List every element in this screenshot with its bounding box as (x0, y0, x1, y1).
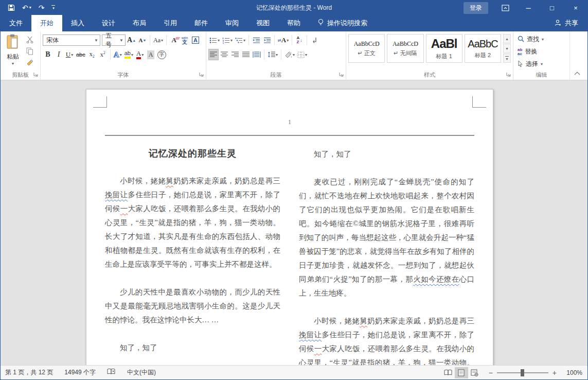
styles-dialog-launcher-icon[interactable] (506, 72, 511, 79)
styles-gallery-more-icon[interactable]: ▼ (503, 54, 511, 63)
document-paragraph[interactable]: 小时候，姥姥舅奶奶来家走亲戚，奶奶总是再三挽留让多住些日子，她们总是说，家里离不… (105, 174, 280, 271)
text-effects-button[interactable]: A▾ (113, 49, 123, 60)
page-indicator[interactable]: 第 1 页，共 12 页 (5, 368, 53, 377)
ribbon-tab[interactable]: 审阅 (217, 15, 247, 31)
show-hide-marks-icon[interactable] (309, 34, 319, 46)
italic-button[interactable]: I (54, 49, 64, 60)
ribbon-tab[interactable]: 引用 (155, 15, 186, 31)
word-window: ↶▾ ↷ ▾ 记忆深处的那些生灵 - Word 登录 ─ □ × 文件 开始插入… (0, 0, 588, 380)
distribute-icon[interactable] (252, 49, 262, 60)
text-run: 奶奶来家走亲戚，奶奶总是再三 (173, 177, 280, 185)
highlight-color-button[interactable]: ab▾ (123, 49, 134, 60)
shrink-font-button[interactable]: A▼ (137, 34, 148, 46)
style-heading2[interactable]: AaBbC 标题 2 (465, 34, 501, 63)
redo-button[interactable]: ↷ (39, 4, 45, 11)
asian-layout-button[interactable]: ⇄A▾ (277, 34, 290, 46)
character-shading-button[interactable]: A (146, 49, 156, 60)
ribbon-tab[interactable]: 邮件 (186, 15, 217, 31)
decrease-indent-icon[interactable] (251, 34, 261, 46)
language-indicator[interactable]: 中文(中国) (127, 368, 156, 377)
spellcheck-red-squiggle: 一 (120, 204, 128, 213)
phonetic-guide-button[interactable]: wén文 (180, 34, 190, 46)
undo-button[interactable]: ↶▾ (22, 4, 31, 11)
paragraph-dialog-launcher-icon[interactable] (339, 72, 344, 79)
clipboard-dialog-launcher-icon[interactable] (33, 72, 39, 79)
select-button[interactable]: 选择▾ (515, 59, 567, 70)
tell-me-search[interactable]: 操作说明搜索 (317, 15, 367, 31)
customize-qat-button[interactable]: ▾ (51, 5, 55, 10)
style-normal[interactable]: AaBbCcD ↵ 正文 (348, 34, 385, 63)
save-icon[interactable] (8, 4, 15, 11)
font-name-combo[interactable]: 宋体▼ (43, 34, 100, 46)
align-right-icon[interactable] (230, 49, 240, 60)
font-size-combo[interactable]: 五号▼ (102, 34, 126, 46)
cut-icon[interactable] (24, 35, 35, 44)
copy-icon[interactable] (24, 46, 35, 56)
ribbon-tab[interactable]: 插入 (62, 15, 93, 31)
document-heading[interactable]: 记忆深处的那些生灵 (105, 147, 280, 160)
find-button[interactable]: 查找▾ (515, 34, 567, 45)
clear-formatting-button[interactable]: A (169, 34, 179, 46)
underline-button[interactable]: U▾ (64, 49, 75, 60)
multilevel-list-icon[interactable]: ▾ (234, 34, 246, 46)
margin-crop-mark-left (93, 96, 107, 108)
font-color-button[interactable]: A▾ (135, 49, 145, 60)
collapse-ribbon-icon[interactable] (574, 70, 580, 77)
ribbon-tab[interactable]: 布局 (124, 15, 155, 31)
enclose-characters-button[interactable]: 字 (156, 49, 167, 60)
document-page[interactable]: 1 记忆深处的那些生灵小时候，姥姥舅奶奶来家走亲戚，奶奶总是再三挽留让多住些日子… (86, 89, 493, 365)
zoom-level[interactable]: 100% (563, 369, 582, 376)
print-layout-icon[interactable] (455, 367, 468, 378)
ribbon-tab[interactable]: 视图 (247, 15, 278, 31)
ribbon-tab[interactable]: 设计 (93, 15, 124, 31)
ribbon-display-options-icon[interactable] (502, 5, 509, 11)
strikethrough-button[interactable]: abc (75, 49, 86, 60)
tab-file[interactable]: 文件 (1, 15, 31, 31)
grow-font-button[interactable]: A▲ (126, 34, 137, 46)
share-button[interactable]: 共享 (555, 15, 587, 31)
increase-indent-icon[interactable] (262, 34, 272, 46)
proofing-status-icon[interactable] (107, 368, 116, 377)
document-paragraph[interactable]: 少儿的天性中是最喜欢小动物的，而少儿的天性中又是最能毫无顾忌地戕害弱小生命的。这… (105, 285, 280, 327)
format-painter-icon[interactable] (24, 58, 35, 67)
document-paragraph[interactable]: 麦收已过，刚刚完成了“金蝉脱壳”使命的知了们，就忙不迭地在树上欢快地歌唱起来，整… (299, 175, 474, 300)
zoom-slider-thumb[interactable] (521, 369, 524, 376)
change-case-button[interactable]: Aa▾ (152, 34, 164, 46)
zoom-out-button[interactable]: − (489, 369, 493, 377)
sign-in-button[interactable]: 登录 (464, 2, 488, 14)
style-no-spacing[interactable]: AaBbCcD ↵ 无间隔 (387, 34, 423, 63)
superscript-button[interactable]: x2 (98, 49, 108, 60)
replace-button[interactable]: abac 替换 (515, 46, 567, 57)
document-paragraph[interactable]: 知了，知了 (299, 147, 474, 161)
character-border-button[interactable]: A (190, 34, 201, 46)
zoom-slider[interactable] (497, 372, 548, 373)
paste-button[interactable]: 粘贴 ▾ (3, 33, 23, 67)
document-paragraph[interactable]: 知了，知了 (105, 341, 280, 355)
styles-scroll-up-icon[interactable]: ▲ (503, 34, 511, 43)
document-paragraph[interactable]: 小时候，姥姥舅奶奶来家走亲戚，奶奶总是再三挽留让多住些日子，她们总是说，家里离不… (299, 314, 474, 365)
line-spacing-icon[interactable]: ▾ (266, 49, 279, 60)
word-count[interactable]: 14949 个字 (64, 368, 96, 377)
font-dialog-launcher-icon[interactable] (199, 72, 204, 79)
sort-button[interactable]: AZ↓ (294, 34, 305, 46)
align-left-icon[interactable] (208, 49, 219, 60)
bold-button[interactable]: B (43, 49, 53, 60)
styles-scroll-down-icon[interactable]: ▼ (503, 44, 511, 53)
minimize-button[interactable]: ─ (516, 1, 540, 15)
align-center-icon[interactable] (219, 49, 229, 60)
borders-icon[interactable]: ▾ (296, 49, 308, 60)
read-mode-icon[interactable] (441, 367, 455, 378)
bullets-icon[interactable]: ▾ (208, 34, 221, 46)
justify-icon[interactable] (241, 49, 251, 60)
subscript-button[interactable]: x2 (87, 49, 97, 60)
ribbon-tab[interactable]: 帮助 (278, 15, 309, 31)
style-heading1[interactable]: AaBl 标题 1 (426, 34, 462, 63)
close-button[interactable]: × (564, 1, 587, 15)
shading-icon[interactable]: ▾ (283, 49, 296, 60)
web-layout-icon[interactable] (468, 367, 482, 378)
numbering-icon[interactable]: ▾ (221, 34, 234, 46)
maximize-button[interactable]: □ (540, 1, 564, 15)
text-run: 大家人吃饭，还喂着那么多生灵。在我幼小的心灵里，“生灵”就是指的猪，羊，狗，猫一… (299, 344, 474, 365)
ribbon-tab[interactable]: 开始 (31, 15, 62, 31)
zoom-in-button[interactable]: + (553, 369, 557, 377)
